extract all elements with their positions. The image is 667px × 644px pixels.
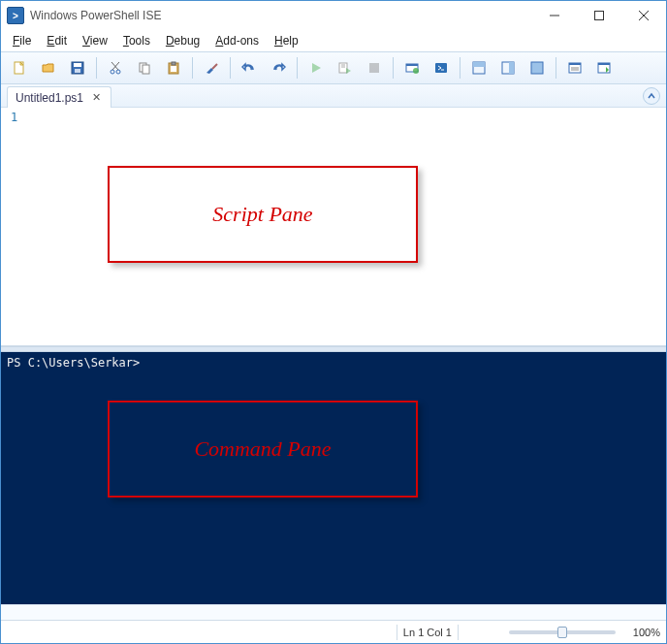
paste-button[interactable] xyxy=(160,55,187,80)
open-folder-icon xyxy=(41,60,56,76)
command-addon-icon xyxy=(567,60,583,76)
svg-line-10 xyxy=(112,62,119,70)
annotation-script-pane: Script Pane xyxy=(108,166,418,263)
show-script-top-button[interactable] xyxy=(465,55,492,80)
svg-rect-36 xyxy=(598,63,610,65)
pane-right-icon xyxy=(500,60,516,76)
svg-rect-29 xyxy=(509,62,514,74)
annotation-command-pane: Command Pane xyxy=(108,401,418,498)
menu-debug[interactable]: Debug xyxy=(158,32,207,49)
copy-icon xyxy=(137,60,152,76)
command-window-icon xyxy=(596,60,612,76)
svg-point-8 xyxy=(111,70,114,74)
pane-max-icon xyxy=(529,60,545,76)
save-floppy-icon xyxy=(70,60,85,76)
status-strip xyxy=(1,604,666,620)
tab-untitled1[interactable]: Untitled1.ps1 ✕ xyxy=(7,86,111,108)
svg-rect-21 xyxy=(369,63,379,73)
svg-rect-16 xyxy=(171,66,176,72)
document-tabs: Untitled1.ps1 ✕ xyxy=(1,84,666,108)
powershell-icon xyxy=(433,60,449,76)
zoom-slider[interactable] xyxy=(509,630,616,634)
menu-tools[interactable]: Tools xyxy=(115,32,158,49)
open-button[interactable] xyxy=(35,55,62,80)
close-icon xyxy=(639,11,649,20)
status-bar: Ln 1 Col 1 100% xyxy=(1,620,666,643)
new-button[interactable] xyxy=(6,55,33,80)
svg-rect-27 xyxy=(473,62,485,67)
menu-file[interactable]: File xyxy=(5,32,39,49)
maximize-button[interactable] xyxy=(577,1,621,30)
toolbar-separator xyxy=(230,57,231,79)
run-script-button[interactable] xyxy=(302,55,330,80)
script-pane[interactable]: 1 Script Pane xyxy=(1,108,666,346)
cursor-position: Ln 1 Col 1 xyxy=(403,627,452,638)
svg-rect-30 xyxy=(531,62,543,74)
app-window: > Windows PowerShell ISE File Edit View … xyxy=(0,0,667,644)
cut-button[interactable] xyxy=(102,55,129,80)
menu-edit[interactable]: Edit xyxy=(39,32,75,49)
save-button[interactable] xyxy=(64,55,91,80)
menu-help[interactable]: Help xyxy=(267,32,306,49)
zoom-level: 100% xyxy=(621,627,660,638)
svg-point-9 xyxy=(116,70,120,74)
svg-rect-1 xyxy=(595,12,604,20)
start-powershell-button[interactable] xyxy=(428,55,455,80)
copy-button[interactable] xyxy=(131,55,158,80)
chevron-up-icon xyxy=(647,91,656,101)
minimize-icon xyxy=(550,11,559,20)
console-pane[interactable]: PS C:\Users\Serkar> Command Pane xyxy=(1,352,666,604)
run-selection-icon xyxy=(337,60,353,76)
tab-label: Untitled1.ps1 xyxy=(16,91,83,105)
undo-button[interactable] xyxy=(236,55,263,80)
collapse-script-pane-button[interactable] xyxy=(643,87,660,105)
undo-icon xyxy=(241,60,257,76)
show-command-window-button[interactable] xyxy=(590,55,618,80)
svg-line-11 xyxy=(111,62,118,70)
new-file-icon xyxy=(12,60,27,76)
svg-rect-32 xyxy=(569,63,581,65)
show-script-max-button[interactable] xyxy=(524,55,551,80)
line-number: 1 xyxy=(1,108,28,124)
toolbar-separator xyxy=(556,57,556,79)
svg-point-24 xyxy=(413,68,419,74)
minimize-button[interactable] xyxy=(532,1,577,30)
stop-button[interactable] xyxy=(361,55,388,80)
new-remote-tab-button[interactable] xyxy=(398,55,426,80)
svg-rect-7 xyxy=(75,69,80,73)
toolbar-separator xyxy=(192,57,193,79)
stop-icon xyxy=(367,61,381,75)
pane-top-icon xyxy=(471,60,487,76)
show-script-right-button[interactable] xyxy=(494,55,522,80)
toolbar xyxy=(1,51,666,84)
svg-rect-6 xyxy=(74,63,81,67)
maximize-icon xyxy=(594,11,604,20)
window-title: Windows PowerShell ISE xyxy=(30,9,532,22)
toolbar-separator xyxy=(393,57,394,79)
menu-bar: File Edit View Tools Debug Add-ons Help xyxy=(1,30,666,51)
redo-icon xyxy=(270,60,286,76)
clear-console-button[interactable] xyxy=(198,55,225,80)
show-command-addon-button[interactable] xyxy=(561,55,588,80)
toolbar-separator xyxy=(460,57,461,79)
run-selection-button[interactable] xyxy=(332,55,359,80)
title-bar[interactable]: > Windows PowerShell ISE xyxy=(1,1,666,30)
toolbar-separator xyxy=(96,57,97,79)
svg-line-17 xyxy=(212,64,217,69)
svg-rect-15 xyxy=(172,62,175,65)
svg-rect-13 xyxy=(143,65,149,74)
tab-close-button[interactable]: ✕ xyxy=(89,91,103,105)
brush-icon xyxy=(204,60,219,76)
play-icon xyxy=(309,61,323,75)
remote-tab-icon xyxy=(404,60,420,76)
toolbar-separator xyxy=(297,57,298,79)
zoom-slider-thumb[interactable] xyxy=(557,627,567,638)
redo-button[interactable] xyxy=(265,55,292,80)
svg-rect-23 xyxy=(406,64,418,66)
line-gutter: 1 xyxy=(1,108,28,345)
menu-view[interactable]: View xyxy=(75,32,115,49)
powershell-app-icon: > xyxy=(7,7,24,24)
scissors-icon xyxy=(108,60,123,76)
close-button[interactable] xyxy=(621,1,666,30)
menu-addons[interactable]: Add-ons xyxy=(207,32,267,49)
